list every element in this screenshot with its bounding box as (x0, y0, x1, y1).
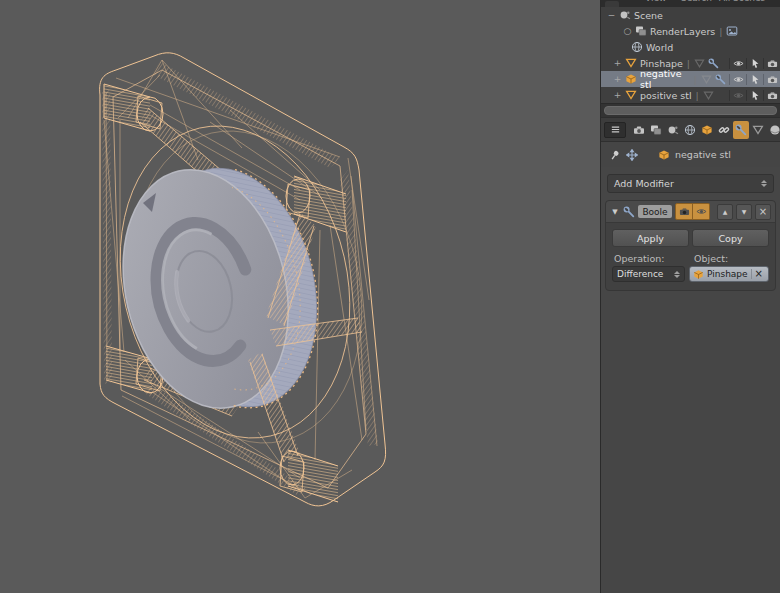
apply-button[interactable]: Apply (612, 229, 689, 247)
scene-icon (667, 124, 679, 136)
outliner-menu-search[interactable]: Search (681, 0, 712, 3)
render-camera-icon (633, 124, 645, 136)
separator: | (687, 58, 690, 69)
outliner-item-label: Pinshape (640, 58, 683, 69)
move-arrows-icon[interactable] (626, 149, 638, 161)
mesh-data-cube-icon (625, 73, 637, 85)
separator: | (719, 26, 722, 37)
modifier-type-wrench-icon (623, 206, 635, 218)
viewport-canvas (0, 0, 600, 593)
render-toggle[interactable] (675, 203, 693, 220)
object-value: Pinshape (707, 269, 748, 279)
properties-breadcrumb: negative stl (601, 142, 780, 167)
modifier-name-field[interactable]: Boole (638, 205, 672, 218)
cursor-icon[interactable] (750, 58, 761, 69)
tab-material[interactable] (767, 121, 780, 139)
dropdown-arrows-icon (674, 271, 680, 278)
tab-constraints[interactable] (716, 121, 732, 139)
delete-modifier-button[interactable]: × (755, 204, 771, 220)
move-down-button[interactable]: ▼ (736, 204, 752, 220)
operation-label: Operation: (614, 253, 694, 264)
editor-type-button[interactable] (604, 122, 626, 138)
editor-type-icon[interactable] (605, 1, 619, 7)
clear-object-button[interactable]: × (751, 269, 766, 279)
breadcrumb-object-name: negative stl (675, 149, 731, 160)
properties-tabs (601, 117, 780, 142)
properties-editor-icon (610, 124, 621, 135)
tab-object-data[interactable] (750, 121, 766, 139)
object-cube-icon (701, 124, 713, 136)
eye-icon[interactable] (733, 74, 744, 85)
outliner-display-mode[interactable]: All Scenes (719, 0, 765, 3)
restrict-columns (729, 58, 780, 69)
outliner-scrollbar[interactable] (601, 103, 780, 117)
outliner-row-pinshape[interactable]: + Pinshape | (601, 55, 780, 71)
tab-scene[interactable] (665, 121, 681, 139)
modifier-wrench-icon (715, 74, 726, 85)
outliner-item-label: World (646, 42, 673, 53)
operation-dropdown[interactable]: Difference (612, 266, 685, 282)
mesh-data-icon (694, 58, 705, 69)
eye-icon[interactable] (733, 90, 744, 101)
3d-viewport[interactable] (0, 0, 600, 593)
object-selector[interactable]: Pinshape × (689, 266, 769, 282)
pin-icon[interactable] (609, 149, 621, 161)
object-data-triangle-icon (752, 124, 764, 136)
eye-icon (696, 206, 707, 217)
viewport-toggle[interactable] (693, 203, 710, 220)
collapse-toggle[interactable]: − (607, 10, 616, 20)
outliner-row-positive-stl[interactable]: + positive stl | (601, 87, 780, 103)
copy-button[interactable]: Copy (692, 229, 769, 247)
mesh-object-icon (625, 89, 637, 101)
boolean-modifier-panel: ▼ Boole ▲ ▼ × Apply Copy Operation: Obje… (605, 200, 776, 291)
camera-icon[interactable] (767, 58, 778, 69)
expand-toggle[interactable]: + (613, 90, 622, 100)
outliner-item-label: negative stl (640, 68, 690, 90)
mesh-data-icon (703, 90, 714, 101)
tab-render[interactable] (631, 121, 647, 139)
world-icon (684, 124, 696, 136)
expand-toggle[interactable]: + (613, 74, 622, 84)
outliner-row-renderlayers[interactable]: ○ RenderLayers | (601, 23, 780, 39)
camera-icon[interactable] (767, 74, 778, 85)
expand-toggle[interactable]: ○ (623, 26, 632, 36)
render-layers-icon (650, 124, 662, 136)
tab-world[interactable] (682, 121, 698, 139)
outliner-header[interactable]: View Search All Scenes (601, 0, 780, 7)
expand-toggle[interactable]: + (613, 58, 622, 68)
tab-modifiers[interactable] (733, 121, 749, 139)
outliner-row-negative-stl[interactable]: + negative stl | (601, 71, 780, 87)
object-cube-icon (658, 149, 670, 161)
cursor-icon[interactable] (750, 74, 761, 85)
eye-icon[interactable] (733, 58, 744, 69)
outliner-item-label: Scene (634, 10, 663, 21)
outliner-editor: View Search All Scenes − Scene ○ RenderL… (601, 0, 780, 117)
modifiers-wrench-icon (735, 124, 747, 136)
tab-render-layers[interactable] (648, 121, 664, 139)
right-panel: View Search All Scenes − Scene ○ RenderL… (600, 0, 780, 593)
outliner-row-scene[interactable]: − Scene (601, 7, 780, 23)
restrict-columns (729, 74, 780, 85)
object-label: Object: (694, 253, 767, 264)
outliner-menu-view[interactable]: View (645, 0, 666, 3)
outliner-row-world[interactable]: World (601, 39, 780, 55)
cursor-icon[interactable] (750, 90, 761, 101)
camera-icon[interactable] (767, 90, 778, 101)
mesh-object-icon (625, 57, 637, 69)
separator: | (694, 74, 697, 85)
world-icon (631, 41, 643, 53)
modifier-header: ▼ Boole ▲ ▼ × (606, 201, 775, 223)
expand-triangle-icon[interactable]: ▼ (610, 208, 620, 216)
image-icon[interactable] (726, 25, 738, 37)
camera-icon (679, 206, 690, 217)
modifier-actions: Apply Copy (612, 229, 769, 247)
modifier-fields: Difference Pinshape × (612, 266, 769, 282)
scene-icon (619, 9, 631, 21)
move-up-button[interactable]: ▲ (717, 204, 733, 220)
modifier-wrench-icon (708, 58, 719, 69)
add-modifier-button[interactable]: Add Modifier (607, 174, 774, 193)
constraints-chain-icon (718, 124, 730, 136)
modifier-display-toggles (675, 203, 710, 220)
tab-object[interactable] (699, 121, 715, 139)
operation-value: Difference (617, 269, 663, 279)
